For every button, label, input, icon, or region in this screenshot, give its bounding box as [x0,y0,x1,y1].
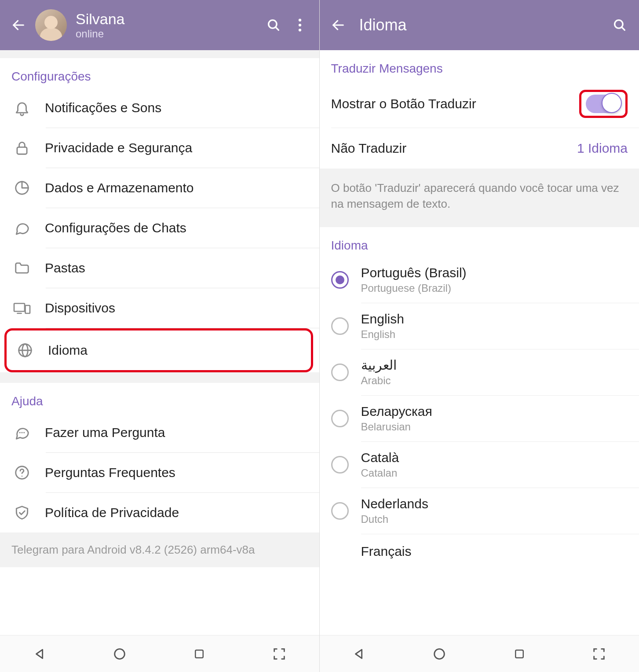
svg-rect-21 [196,650,204,658]
settings-item-language[interactable]: Idioma [7,330,311,370]
settings-item-label: Idioma [48,343,88,358]
radio-selected-icon [331,271,349,289]
search-button[interactable] [265,16,282,34]
more-vertical-icon [298,18,302,33]
svg-point-16 [23,432,25,433]
section-gap [0,50,319,58]
search-button[interactable] [611,16,628,34]
nav-screenshot[interactable] [589,644,609,664]
radio-icon [331,410,349,427]
content: Configurações Notificações e Sons Privac… [0,50,319,635]
nav-home[interactable] [110,644,130,664]
radio-icon [331,502,349,520]
settings-item-data[interactable]: Dados e Armazenamento [0,168,319,208]
search-icon [266,18,281,33]
section-header-language: Idioma [320,227,639,257]
settings-item-label: Notificações e Sons [45,100,161,115]
language-primary: Nederlands [361,496,428,511]
translate-toggle[interactable] [586,95,621,113]
settings-screen: Silvana online Configurações Notificaçõe… [0,0,320,672]
chat-dots-icon [11,422,33,443]
settings-item-privacy[interactable]: Privacidade e Segurança [0,128,319,168]
nav-screenshot[interactable] [269,644,289,664]
lock-icon [11,137,33,158]
svg-point-5 [298,29,301,31]
highlight-toggle [579,90,628,118]
title-block: Idioma [355,16,602,34]
toggle-row-translate[interactable]: Mostrar o Botão Traduzir [320,80,639,128]
svg-point-4 [298,24,301,26]
nav-recent[interactable] [189,644,209,664]
square-icon [193,647,206,661]
fullscreen-icon [592,646,606,661]
svg-marker-25 [356,650,362,658]
help-item-ask[interactable]: Fazer uma Pergunta [0,413,319,452]
language-primary: Português (Brasil) [361,265,467,280]
language-option-fr[interactable]: Français [320,534,639,561]
settings-item-label: Privacidade e Segurança [45,140,192,155]
language-option-en[interactable]: English English [320,303,639,349]
back-button[interactable] [330,17,346,33]
chart-pie-icon [11,177,33,198]
arrow-left-icon [331,18,346,33]
language-primary: Français [361,544,412,559]
radio-icon [331,317,349,335]
avatar[interactable] [35,9,67,41]
radio-icon [331,456,349,474]
toggle-knob [602,93,622,113]
help-item-label: Política de Privacidade [45,505,179,520]
settings-item-label: Configurações de Chats [45,220,186,235]
appbar: Idioma [320,0,639,50]
section-header-config: Configurações [0,58,319,88]
language-texts: Nederlands Dutch [361,496,428,525]
nav-home[interactable] [429,644,449,664]
arrow-left-icon [11,18,26,33]
language-secondary: Dutch [361,513,428,525]
row-no-translate[interactable]: Não Traduzir 1 Idioma [320,128,639,169]
language-secondary: English [361,328,404,341]
language-primary: العربية [361,357,397,373]
language-option-ar[interactable]: العربية Arabic [320,349,639,395]
system-navbar [0,635,319,672]
svg-point-14 [19,432,21,433]
settings-item-devices[interactable]: Dispositivos [0,288,319,328]
nav-recent[interactable] [509,644,529,664]
language-option-be[interactable]: Беларуская Belarusian [320,396,639,441]
chat-bubble-icon [11,217,33,239]
radio-icon [331,364,349,381]
title-block: Silvana online [76,11,256,40]
help-item-label: Fazer uma Pergunta [45,425,165,440]
nav-back[interactable] [30,644,50,664]
settings-item-notifications[interactable]: Notificações e Sons [0,88,319,128]
help-item-privacy-policy[interactable]: Política de Privacidade [0,493,319,532]
contact-status: online [76,28,256,40]
system-navbar [320,635,639,672]
settings-item-folders[interactable]: Pastas [0,248,319,288]
bell-icon [11,97,33,118]
triangle-left-icon [352,646,367,661]
question-circle-icon [11,462,33,483]
help-item-faq[interactable]: Perguntas Frequentes [0,453,319,492]
language-texts: Français [361,544,412,559]
translate-note: O botão 'Traduzir' aparecerá quando você… [320,169,639,227]
svg-point-26 [435,649,445,659]
language-secondary: Portuguese (Brazil) [361,282,467,294]
settings-item-label: Dispositivos [45,301,115,316]
version-text: Telegram para Android v8.4.2 (2526) arm6… [0,532,319,567]
language-primary: Беларуская [361,404,432,419]
language-primary: English [361,312,404,327]
more-button[interactable] [291,16,309,34]
language-option-nl[interactable]: Nederlands Dutch [320,488,639,534]
settings-item-chats[interactable]: Configurações de Chats [0,208,319,248]
section-gap [0,372,319,383]
language-primary: Català [361,450,399,465]
language-secondary: Catalan [361,467,399,479]
language-option-pt-br[interactable]: Português (Brasil) Portuguese (Brazil) [320,257,639,303]
svg-marker-19 [36,650,42,658]
language-texts: العربية Arabic [361,357,397,387]
triangle-left-icon [33,646,47,661]
back-button[interactable] [11,17,26,33]
language-option-ca[interactable]: Català Catalan [320,442,639,488]
svg-point-3 [298,19,301,22]
nav-back[interactable] [349,644,369,664]
